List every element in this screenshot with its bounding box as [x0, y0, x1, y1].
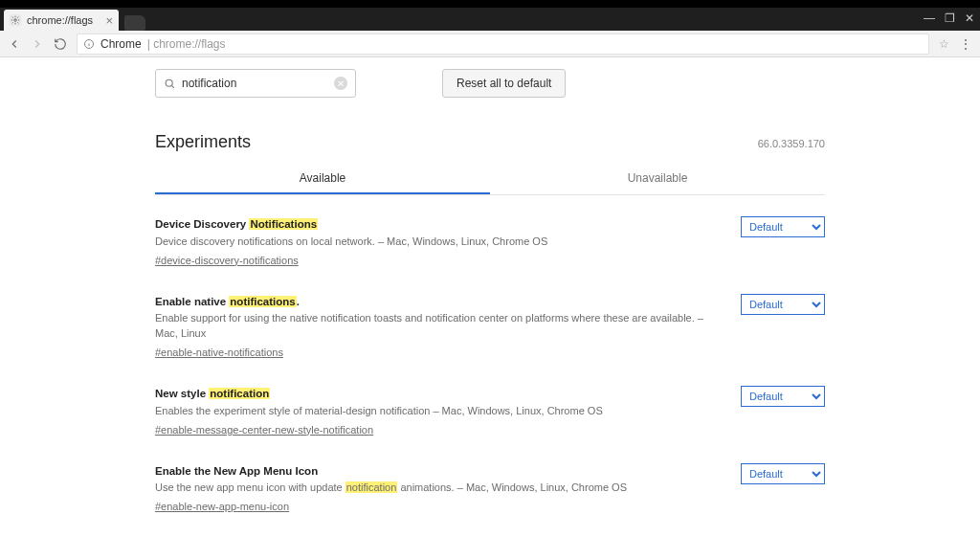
- flag-anchor-link[interactable]: #enable-new-app-menu-icon: [155, 501, 289, 512]
- nav-back-button[interactable]: [8, 37, 21, 51]
- flag-description: Enable support for using the native noti…: [155, 311, 724, 342]
- flag-title: Enable the New App Menu Icon: [155, 463, 724, 480]
- address-origin: Chrome: [100, 37, 142, 51]
- flag-title: Enable native notifications.: [155, 294, 724, 310]
- chrome-version: 66.0.3359.170: [758, 138, 825, 149]
- tab-favicon: [10, 14, 21, 26]
- flag-dropdown[interactable]: Default: [741, 463, 825, 484]
- flag-anchor-link[interactable]: #enable-message-center-new-style-notific…: [155, 424, 373, 436]
- flag-row: Enable native notifications.Enable suppo…: [155, 294, 825, 361]
- chrome-menu-button[interactable]: ⋮: [959, 36, 972, 52]
- browser-tab-flags[interactable]: chrome://flags ×: [4, 10, 119, 31]
- new-tab-button[interactable]: [124, 15, 145, 31]
- flags-search-box[interactable]: ✕: [155, 69, 356, 98]
- window-titlebar: [0, 0, 980, 8]
- nav-forward-button[interactable]: [31, 37, 44, 51]
- flag-row: Device Discovery NotificationsDevice dis…: [155, 216, 825, 269]
- flag-dropdown[interactable]: Default: [741, 216, 825, 237]
- page-viewport[interactable]: ✕ Reset all to default Experiments 66.0.…: [0, 57, 980, 537]
- search-icon: [164, 78, 176, 90]
- flag-anchor-link[interactable]: #enable-native-notifications: [155, 347, 283, 358]
- address-bar[interactable]: Chrome | chrome://flags: [77, 34, 929, 55]
- flag-description: Device discovery notifications on local …: [155, 235, 724, 250]
- flag-row: Enable the New App Menu IconUse the new …: [155, 463, 825, 516]
- tab-available[interactable]: Available: [155, 162, 490, 194]
- flags-list: Device Discovery NotificationsDevice dis…: [155, 216, 825, 515]
- search-clear-icon[interactable]: ✕: [334, 77, 347, 90]
- flag-title: Device Discovery Notifications: [155, 216, 724, 233]
- flags-search-input[interactable]: [182, 77, 328, 90]
- window-maximize-button[interactable]: ❐: [945, 11, 955, 25]
- tab-unavailable[interactable]: Unavailable: [490, 162, 825, 194]
- svg-point-0: [14, 19, 17, 22]
- svg-point-2: [166, 79, 172, 86]
- tab-title: chrome://flags: [27, 14, 93, 26]
- nav-reload-button[interactable]: [54, 37, 67, 51]
- tab-close-icon[interactable]: ×: [105, 14, 113, 27]
- bookmark-star-icon[interactable]: ☆: [939, 37, 949, 51]
- flag-description: Enables the experiment style of material…: [155, 404, 724, 419]
- flag-dropdown[interactable]: Default: [741, 386, 825, 407]
- site-info-icon: [83, 38, 95, 50]
- flag-anchor-link[interactable]: #device-discovery-notifications: [155, 255, 299, 266]
- tab-strip: chrome://flags × — ❐ ✕: [0, 8, 980, 31]
- window-minimize-button[interactable]: —: [924, 11, 935, 25]
- flag-row: New style notificationEnables the experi…: [155, 386, 825, 438]
- reset-all-button[interactable]: Reset all to default: [442, 69, 566, 98]
- browser-toolbar: Chrome | chrome://flags ☆ ⋮: [0, 31, 980, 57]
- flags-tabs: Available Unavailable: [155, 162, 825, 195]
- page-title: Experiments: [155, 132, 251, 152]
- flag-dropdown[interactable]: Default: [741, 294, 825, 315]
- window-close-button[interactable]: ✕: [965, 11, 974, 25]
- flag-title: New style notification: [155, 386, 724, 402]
- flag-description: Use the new app menu icon with update no…: [155, 481, 724, 496]
- address-path: | chrome://flags: [147, 37, 226, 51]
